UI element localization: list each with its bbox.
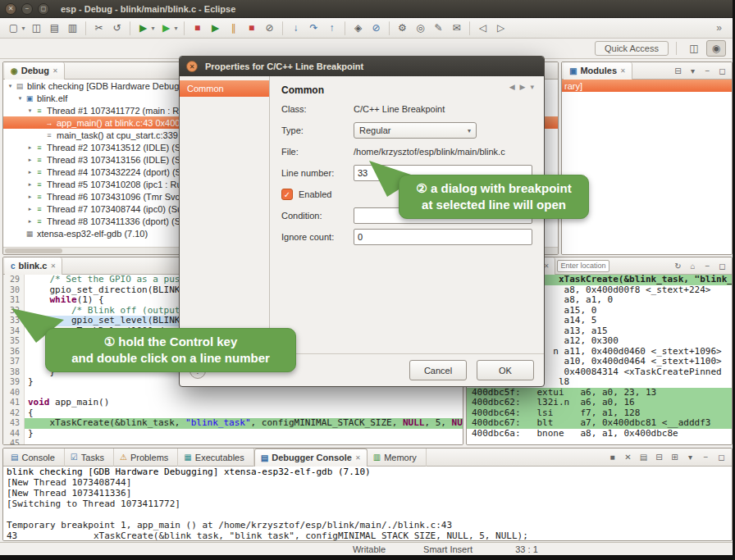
maximize-icon[interactable]: ◻ xyxy=(715,64,729,77)
line-number[interactable]: 40 xyxy=(3,388,25,398)
print-icon[interactable]: ▥ xyxy=(64,20,81,36)
step-return-icon[interactable]: ↑ xyxy=(323,20,340,36)
expander-icon[interactable]: ▸ xyxy=(25,181,34,188)
code-line[interactable]: 44 } xyxy=(3,429,463,439)
line-number[interactable]: 36 xyxy=(3,347,25,357)
suspend-icon[interactable]: ∥ xyxy=(225,20,242,36)
expander-icon[interactable]: ▸ xyxy=(25,206,34,212)
minimize-icon[interactable]: − xyxy=(701,259,714,272)
dialog-sidebar-item-common[interactable]: Common xyxy=(180,80,269,97)
scroll-lock-icon[interactable]: ⊟ xyxy=(652,451,666,464)
refresh-icon[interactable]: ↻ xyxy=(671,259,685,272)
forward-icon[interactable]: ▶ xyxy=(520,83,526,91)
clear-console-icon[interactable]: ▤ xyxy=(637,451,651,464)
expander-icon[interactable]: ▸ xyxy=(25,218,34,225)
instruction-stepping-icon[interactable]: ◈ xyxy=(349,20,367,36)
debug-dropdown-icon[interactable]: ▾ xyxy=(149,20,157,36)
expander-icon[interactable]: ▸ xyxy=(25,169,34,175)
close-icon[interactable]: ✕ xyxy=(355,454,361,462)
console-output[interactable]: blink checking [GDB Hardware Debugging] … xyxy=(3,467,732,540)
save-all-icon[interactable]: ▤ xyxy=(46,20,63,36)
console-tab[interactable]: ▥ Memory xyxy=(368,448,427,467)
minimize-icon[interactable]: − xyxy=(699,451,713,464)
line-number[interactable]: 45 xyxy=(3,439,25,444)
console-tab[interactable]: ▤ Debugger Console ✕ xyxy=(254,448,368,467)
line-number[interactable]: 31 xyxy=(3,295,25,306)
console-tab[interactable]: ⚠ Problems xyxy=(114,448,178,467)
toolbar-separator[interactable] xyxy=(469,21,470,35)
stop-icon[interactable]: ■ xyxy=(189,20,206,36)
search-icon[interactable]: ◎ xyxy=(412,20,429,36)
forward-icon[interactable]: ▷ xyxy=(492,20,509,36)
toolbar-separator[interactable] xyxy=(130,21,130,35)
line-number[interactable]: 44 xyxy=(3,429,25,439)
ok-button[interactable]: OK xyxy=(477,360,534,380)
disassembly-line[interactable]: 400dbc67: blt a7, 0x400dbc81 <__adddf3 xyxy=(467,418,732,429)
line-number[interactable]: 30 xyxy=(3,285,25,296)
disassembly-line[interactable]: 400dbc64: lsi f7, a1, 128 xyxy=(467,408,732,419)
expander-icon[interactable]: ▾ xyxy=(16,95,25,102)
overflow-icon[interactable]: » xyxy=(710,20,728,36)
line-number[interactable]: 41 xyxy=(3,398,25,408)
history-dropdown-icon[interactable]: ▾ xyxy=(530,83,534,91)
line-number[interactable]: 29 xyxy=(3,275,25,285)
mail-icon[interactable]: ✉ xyxy=(448,20,465,36)
quick-access-button[interactable]: Quick Access xyxy=(595,41,669,56)
annotate-icon[interactable]: ✎ xyxy=(430,20,447,36)
line-number[interactable]: 38 xyxy=(3,367,25,378)
open-perspective-icon[interactable]: ◫ xyxy=(684,40,704,57)
disconnect-icon[interactable]: ⊘ xyxy=(261,20,278,36)
minimize-icon[interactable]: − xyxy=(701,64,714,77)
dialog-close-button[interactable]: ✕ xyxy=(186,61,198,72)
run-dropdown-icon[interactable]: ▾ xyxy=(172,20,180,36)
maximize-icon[interactable]: ◻ xyxy=(714,451,728,464)
line-number[interactable]: 42 xyxy=(3,408,25,419)
code-line[interactable]: 45 xyxy=(3,439,463,444)
skip-breakpoints-icon[interactable]: ⊘ xyxy=(368,20,385,36)
editor-tab-blink-c[interactable]: c blink.c ✕ xyxy=(5,257,62,275)
code-line[interactable]: 42 { xyxy=(3,408,463,419)
scrollbar-thumb[interactable] xyxy=(5,248,62,253)
line-number[interactable]: 37 xyxy=(3,357,25,367)
expander-icon[interactable]: ▾ xyxy=(6,83,15,89)
step-into-icon[interactable]: ↓ xyxy=(287,20,304,36)
back-icon[interactable]: ◁ xyxy=(474,20,491,36)
enabled-checkbox[interactable]: ✓ xyxy=(281,189,293,200)
code-line[interactable]: 41 void app_main() xyxy=(3,398,463,408)
ignore-count-input[interactable] xyxy=(354,229,532,245)
close-icon[interactable]: ✕ xyxy=(50,262,56,270)
display-selected-console-icon[interactable]: ▾ xyxy=(683,451,697,464)
close-icon[interactable]: ✕ xyxy=(52,67,58,75)
console-tab[interactable]: ▤ Console xyxy=(5,448,65,467)
disassembly-line[interactable]: 400dbc5f: extui a6, a0, 23, 13 xyxy=(467,388,732,398)
cut-icon[interactable]: ✂ xyxy=(90,20,107,36)
line-number[interactable]: 39 xyxy=(3,377,25,388)
line-number[interactable]: 43 xyxy=(3,418,25,429)
console-tab[interactable]: ▦ Executables xyxy=(178,448,253,467)
toolbar-separator[interactable] xyxy=(389,21,390,35)
expander-icon[interactable]: ▾ xyxy=(25,107,34,114)
window-minimize-button[interactable]: − xyxy=(21,3,33,15)
debug-perspective-icon[interactable]: ◉ xyxy=(706,40,726,57)
type-select[interactable]: Regular ▾ xyxy=(354,122,477,139)
resume-icon[interactable]: ▶ xyxy=(207,20,224,36)
collapse-all-icon[interactable]: ⊟ xyxy=(671,64,685,77)
toolbar-separator[interactable] xyxy=(85,21,86,35)
dialog-titlebar[interactable]: ✕ Properties for C/C++ Line Breakpoint xyxy=(180,57,544,76)
toolbar-separator[interactable] xyxy=(184,21,185,35)
window-maximize-button[interactable]: ◻ xyxy=(38,3,49,15)
window-close-button[interactable]: ✕ xyxy=(5,3,16,15)
disassembly-line[interactable]: 400dbc62: l32i.n a6, a0, 16 xyxy=(467,398,732,408)
console-tab[interactable]: ☑ Tasks xyxy=(65,448,114,467)
maximize-icon[interactable]: ◻ xyxy=(715,259,729,272)
new-dropdown-icon[interactable]: ▾ xyxy=(20,20,27,36)
save-icon[interactable]: ◫ xyxy=(28,20,45,36)
close-icon[interactable]: ✕ xyxy=(620,67,626,75)
pin-console-icon[interactable]: ⊞ xyxy=(668,451,682,464)
remove-launch-icon[interactable]: ✕ xyxy=(621,451,635,464)
toolbar-separator[interactable] xyxy=(282,21,283,35)
expander-icon[interactable]: ▸ xyxy=(25,144,34,151)
debug-tab[interactable]: ◉ Debug ✕ xyxy=(5,62,65,80)
modules-tab[interactable]: ▣ Modules ✕ xyxy=(564,62,632,80)
expander-icon[interactable]: ▸ xyxy=(25,157,34,163)
